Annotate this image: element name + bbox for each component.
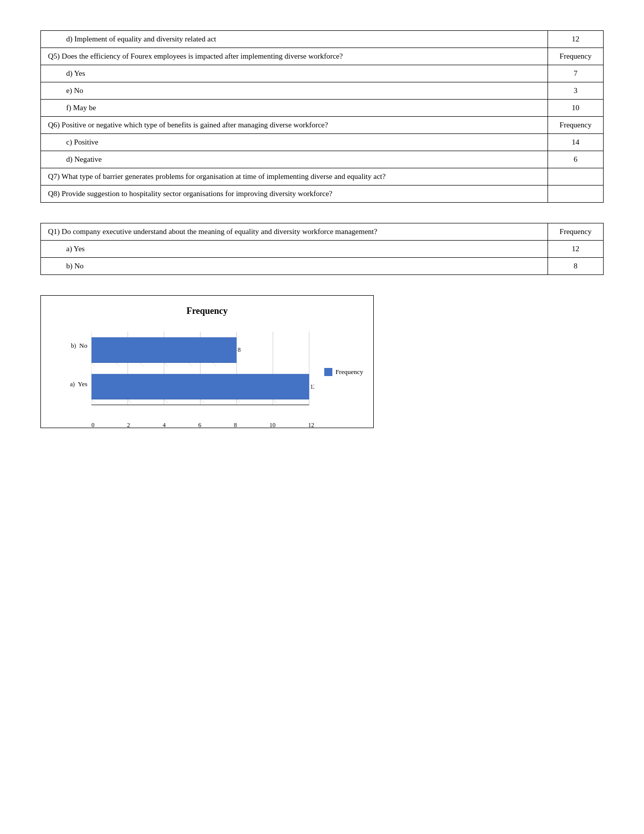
y-label-no: b) No [51,327,87,365]
frequency-cell: Frequency [548,48,604,65]
chart-svg: 128 [91,327,314,418]
svg-line-18 [91,362,95,366]
table-row: Q8) Provide suggestion to hospitality se… [41,186,604,203]
svg-line-23 [213,362,217,366]
legend-label-frequency: Frequency [335,368,363,376]
frequency-cell: Frequency [548,117,604,134]
frequency-cell [548,186,604,203]
frequency-cell: 12 [548,31,604,48]
frequency-cell: 8 [548,258,604,275]
table1: d) Implement of equality and diversity r… [40,30,604,203]
svg-text:8: 8 [237,346,240,353]
x-axis-label: 2 [127,422,130,429]
svg-line-10 [128,399,132,403]
svg-line-14 [273,399,277,403]
svg-line-13 [236,399,240,403]
svg-text:12: 12 [310,383,314,390]
frequency-cell: 6 [548,151,604,168]
chart-legend: Frequency [314,327,363,418]
svg-line-12 [201,399,205,403]
x-axis-label: 8 [234,422,237,429]
svg-line-9 [91,399,95,403]
x-axis-label: 4 [163,422,166,429]
x-axis-label: 10 [270,422,276,429]
frequency-cell: 14 [548,134,604,151]
x-axis-label: 12 [308,422,314,429]
frequency-cell: 3 [548,82,604,100]
chart-container: Frequency b) No a) Yes [40,295,374,428]
svg-line-20 [140,362,144,366]
table-row: d) Implement of equality and diversity r… [41,31,604,48]
table-row: a) Yes12 [41,241,604,258]
legend-item-frequency: Frequency [324,368,363,376]
question-cell: a) Yes [41,241,548,258]
table-row: e) No3 [41,82,604,100]
question-cell: c) Positive [41,134,548,151]
table-row: d) Negative6 [41,151,604,168]
table-row: f) May be10 [41,100,604,117]
chart-title: Frequency [51,306,363,316]
frequency-cell: 10 [548,100,604,117]
question-cell: Q7) What type of barrier generates probl… [41,168,548,186]
table-row: Q5) Does the efficiency of Fourex employ… [41,48,604,65]
svg-line-21 [164,362,168,366]
frequency-cell: 12 [548,241,604,258]
frequency-cell: 7 [548,65,604,82]
question-cell: e) No [41,82,548,100]
svg-line-11 [164,399,168,403]
x-axis-labels: 024681012 [91,420,314,429]
question-cell: f) May be [41,100,548,117]
table-row: b) No8 [41,258,604,275]
question-cell: Q8) Provide suggestion to hospitality se… [41,186,548,203]
svg-line-19 [116,362,120,366]
table-row: d) Yes7 [41,65,604,82]
legend-color-frequency [324,368,332,376]
question-cell: d) Yes [41,65,548,82]
svg-line-22 [188,362,192,366]
question-cell: b) No [41,258,548,275]
table-row: c) Positive14 [41,134,604,151]
question-cell: d) Negative [41,151,548,168]
question-cell: Q1) Do company executive understand abou… [41,223,548,241]
y-label-yes: a) Yes [51,365,87,403]
table2: Q1) Do company executive understand abou… [40,223,604,275]
question-cell: Q5) Does the efficiency of Fourex employ… [41,48,548,65]
table-row: Q6) Positive or negative which type of b… [41,117,604,134]
frequency-cell [548,168,604,186]
table-row: Q1) Do company executive understand abou… [41,223,604,241]
question-cell: d) Implement of equality and diversity r… [41,31,548,48]
x-axis-label: 6 [199,422,202,429]
frequency-cell: Frequency [548,223,604,241]
svg-rect-7 [91,374,309,399]
x-axis-label: 0 [91,422,94,429]
table-row: Q7) What type of barrier generates probl… [41,168,604,186]
question-cell: Q6) Positive or negative which type of b… [41,117,548,134]
svg-rect-16 [91,337,236,362]
